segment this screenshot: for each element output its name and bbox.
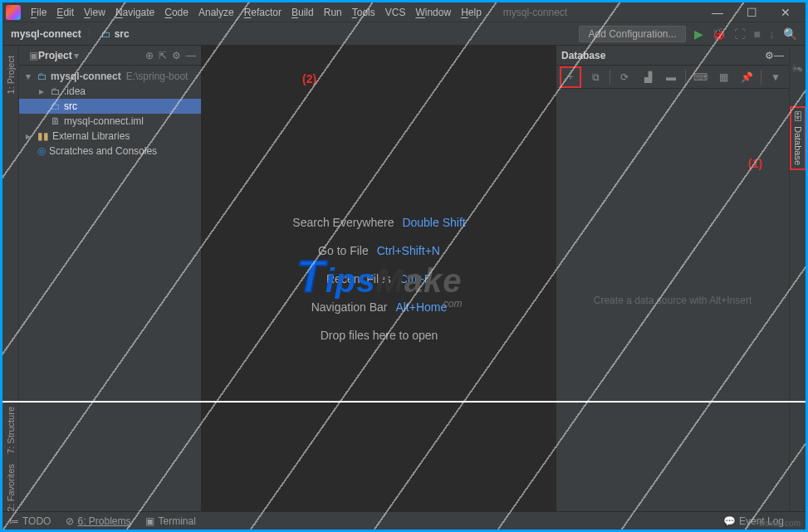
menu-vcs[interactable]: VCS <box>380 5 411 20</box>
tree-root[interactable]: ▾ 🗀 mysql-connect E:\spring-boot <box>19 69 201 84</box>
hint-navigation-bar: Navigation Bar Alt+Home <box>311 300 448 314</box>
scratch-icon: ◎ <box>37 145 46 157</box>
tree-src-folder[interactable]: 🗀 src <box>19 99 201 114</box>
select-opened-file-icon[interactable]: ⊕ <box>145 50 154 61</box>
database-toolbar: ＋ ⧉ ⟳ ▟ ▬ ⌨ ▦ 📌 ▼ <box>556 66 789 89</box>
project-tree: ▾ 🗀 mysql-connect E:\spring-boot ▸ 🗀 .id… <box>19 66 201 162</box>
add-configuration-button[interactable]: Add Configuration... <box>579 26 685 42</box>
main-area: 1: Project 7: Structure 2: Favorites ▣ P… <box>2 46 806 511</box>
breadcrumb-root[interactable]: mysql-connect <box>11 28 81 40</box>
tree-idea-folder[interactable]: ▸ 🗀 .idea <box>19 84 201 99</box>
todo-icon: ≔ <box>9 515 19 527</box>
tree-scratches[interactable]: ◎ Scratches and Consoles <box>19 144 201 159</box>
window-close-icon[interactable]: ✕ <box>769 6 802 19</box>
database-panel-title: Database <box>561 50 605 61</box>
window-minimize-icon[interactable]: — <box>700 6 735 19</box>
database-empty-hint: Create a data source with Alt+Insert <box>556 89 789 511</box>
event-log-button[interactable]: 💬Event Log <box>723 515 784 527</box>
database-icon: 🗄 <box>793 111 803 123</box>
hint-go-to-file: Go to File Ctrl+Shift+N <box>318 244 440 257</box>
breadcrumb-src[interactable]: src <box>115 28 130 40</box>
problems-icon: ⊘ <box>66 515 74 527</box>
todo-tool-button[interactable]: ≔TODO <box>9 515 51 527</box>
chevron-right-icon: 〉 <box>86 27 96 41</box>
vcs-update-icon[interactable]: ↓ <box>769 27 775 41</box>
chevron-right-icon: ▸ <box>26 130 34 142</box>
tree-iml-file[interactable]: 🗎 mysql-connect.iml <box>19 114 201 129</box>
navigation-bar: mysql-connect 〉 🗀 src Add Configuration.… <box>2 22 806 46</box>
hide-panel-icon[interactable]: — <box>186 50 196 61</box>
menu-edit[interactable]: Edit <box>51 5 79 20</box>
project-panel: ▣ Project ▾ ⊕ ⇱ ⚙ — ▾ 🗀 mysql-connect E:… <box>19 46 202 511</box>
coverage-icon[interactable]: ⛶ <box>734 27 746 41</box>
editor-empty-state: Search Everywhere Double Shift Go to Fil… <box>202 46 556 511</box>
right-tool-strip: 🐜 🗄 Database <box>789 46 806 511</box>
menu-build[interactable]: Build <box>286 5 319 20</box>
dropdown-icon[interactable]: ▾ <box>74 50 79 61</box>
duplicate-icon[interactable]: ⧉ <box>586 68 605 86</box>
tx-icon[interactable]: ▬ <box>662 68 680 86</box>
terminal-tool-button[interactable]: ▣Terminal <box>145 515 195 527</box>
menu-help[interactable]: Help <box>456 5 487 20</box>
folder-icon: 🗀 <box>101 28 111 40</box>
hint-drop-files: Drop files here to open <box>321 329 438 342</box>
pin-icon[interactable]: 📌 <box>737 68 756 86</box>
module-icon: 🗀 <box>37 71 47 82</box>
menu-window[interactable]: Window <box>410 5 456 20</box>
filter-icon[interactable]: ▼ <box>766 68 785 86</box>
terminal-icon: ▣ <box>145 515 154 527</box>
project-panel-header: ▣ Project ▾ ⊕ ⇱ ⚙ — <box>19 46 201 66</box>
toolwindow-structure[interactable]: 7: Structure <box>6 407 16 454</box>
debug-icon[interactable]: 🐞 <box>712 27 726 41</box>
refresh-icon[interactable]: ⟳ <box>615 68 634 86</box>
left-tool-strip: 1: Project 7: Structure 2: Favorites <box>2 46 19 511</box>
stop-icon[interactable]: ▟ <box>639 68 657 86</box>
app-logo-icon <box>6 5 21 20</box>
menu-refactor[interactable]: Refactor <box>239 5 286 20</box>
window-title: mysql-connect <box>503 7 567 18</box>
gear-icon[interactable]: ⚙ <box>172 50 181 61</box>
project-view-icon[interactable]: ▣ <box>29 50 38 61</box>
chevron-right-icon: ▸ <box>39 85 47 97</box>
expand-all-icon[interactable]: ⇱ <box>159 50 167 61</box>
folder-icon: 🗀 <box>51 85 61 97</box>
menu-navigate[interactable]: Navigate <box>110 5 159 20</box>
status-bar: ≔TODO ⊘6: Problems ▣Terminal 💬Event Log <box>2 511 806 530</box>
database-panel-header: Database ⚙ — <box>556 46 789 66</box>
event-log-icon: 💬 <box>723 515 736 527</box>
menu-analyze[interactable]: Analyze <box>193 5 239 20</box>
run-icon[interactable]: ▶ <box>694 27 703 41</box>
toolwindow-favorites[interactable]: 2: Favorites <box>6 464 16 511</box>
folder-icon: 🗀 <box>51 100 61 112</box>
jump-to-console-icon[interactable]: ⌨ <box>691 68 709 86</box>
menu-tools[interactable]: Tools <box>347 5 380 20</box>
hint-search-everywhere: Search Everywhere Double Shift <box>292 216 465 229</box>
file-icon: 🗎 <box>51 115 61 127</box>
toolwindow-database[interactable]: 🗄 Database <box>790 106 806 170</box>
hint-recent-files: Recent Files Ctrl+E <box>326 272 432 286</box>
gear-icon[interactable]: ⚙ <box>765 50 774 61</box>
database-panel: Database ⚙ — ＋ ⧉ ⟳ ▟ ▬ ⌨ ▦ 📌 ▼ Create a … <box>556 46 789 511</box>
menu-run[interactable]: Run <box>319 5 347 20</box>
library-icon: ▮▮ <box>37 130 49 142</box>
tree-external-libraries[interactable]: ▸ ▮▮ External Libraries <box>19 129 201 144</box>
menu-code[interactable]: Code <box>159 5 193 20</box>
menu-view[interactable]: View <box>79 5 110 20</box>
search-icon[interactable]: 🔍 <box>783 27 797 41</box>
project-panel-title: Project <box>38 50 72 61</box>
stop-icon[interactable]: ■ <box>754 27 761 41</box>
table-icon[interactable]: ▦ <box>714 68 732 86</box>
chevron-down-icon: ▾ <box>26 71 34 82</box>
menubar: File Edit View Navigate Code Analyze Ref… <box>2 2 806 22</box>
window-maximize-icon[interactable]: ☐ <box>735 6 769 19</box>
menu-file[interactable]: File <box>26 5 51 20</box>
problems-tool-button[interactable]: ⊘6: Problems <box>66 515 130 527</box>
new-datasource-button[interactable]: ＋ <box>560 66 581 88</box>
hide-panel-icon[interactable]: — <box>774 50 784 61</box>
toolwindow-project[interactable]: 1: Project <box>6 56 16 94</box>
ant-icon[interactable]: 🐜 <box>792 62 803 73</box>
